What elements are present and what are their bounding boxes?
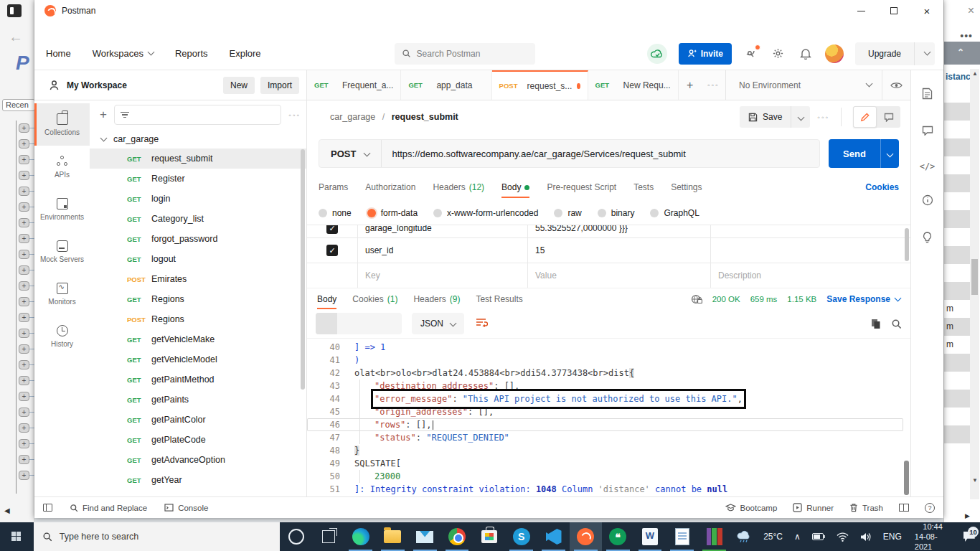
body-mode-option[interactable]: none (319, 208, 352, 218)
more-menu-icon[interactable]: ••• (960, 30, 973, 42)
nav-item[interactable]: Home (46, 48, 71, 59)
workspace-title[interactable]: My Workspace (67, 80, 127, 90)
documentation-icon[interactable] (922, 88, 933, 103)
tree-request-item[interactable]: POST Regions (90, 309, 306, 329)
response-tab[interactable]: Headers (9) (413, 288, 460, 309)
code-line[interactable]: 45"origin_addresses": [], (307, 405, 910, 418)
request-tab[interactable]: POST request_s... (492, 70, 588, 100)
background-window-left[interactable]: ← P Recen +++++++++++++++++++++++ ◀ (0, 0, 34, 522)
find-and-replace[interactable]: Find and Replace (70, 504, 147, 512)
notifications-bell-icon[interactable] (798, 46, 814, 62)
response-tab[interactable]: Body (317, 288, 336, 309)
code-line[interactable]: 51]: Integrity constraint violation: 104… (307, 483, 910, 496)
console-button[interactable]: Console (164, 504, 208, 512)
satellite-icon[interactable] (743, 46, 759, 62)
checkbox-checked-icon[interactable]: ✓ (326, 245, 338, 256)
view-option[interactable] (316, 313, 337, 334)
request-tab[interactable]: GET app_data (401, 70, 491, 100)
close-icon[interactable]: × (968, 4, 974, 17)
avatar[interactable] (825, 44, 844, 63)
cookies-link[interactable]: Cookies (865, 182, 899, 192)
status-badge[interactable]: 200 OK (712, 295, 740, 303)
format-dropdown[interactable]: JSON (412, 313, 464, 334)
request-more-icon[interactable]: ◦◦◦ (817, 113, 829, 121)
tree-request-item[interactable]: GET forgot_password (90, 229, 306, 249)
rail-item[interactable]: Monitors (34, 273, 90, 315)
view-option[interactable] (380, 313, 402, 334)
rail-item[interactable]: Collections (34, 103, 90, 146)
code-scrollbar[interactable] (904, 461, 909, 495)
config-tab[interactable]: Pre-request Script (547, 174, 616, 201)
nav-item[interactable]: Reports (175, 48, 208, 59)
table-scrollbar[interactable] (905, 228, 909, 261)
comments-icon[interactable] (922, 126, 933, 138)
tab-options-icon[interactable]: ◦◦◦ (701, 70, 725, 100)
temperature[interactable]: 25°C (758, 522, 788, 551)
wifi-icon[interactable] (831, 522, 854, 551)
tree-request-item[interactable]: GET getPaints (90, 390, 306, 410)
body-mode-option[interactable]: GraphQL (650, 208, 699, 218)
db-tree-expanders[interactable]: +++++++++++++++++++++++ (19, 123, 33, 486)
view-option[interactable] (359, 313, 380, 334)
nav-item[interactable]: Workspaces (93, 48, 154, 59)
taskbar-winrar-icon[interactable] (698, 522, 730, 551)
tree-scrollbar[interactable] (301, 149, 305, 390)
maximize-button[interactable] (877, 0, 910, 22)
background-window-right[interactable]: × ••• ⌃ istanc mmm ▲▼ ▶ (943, 0, 980, 522)
request-tab[interactable]: GET Frequent_a... (307, 70, 401, 100)
browser-back-icon[interactable]: ← (9, 29, 23, 45)
new-button[interactable]: New (223, 77, 255, 94)
code-line[interactable]: 46"rows": [], (307, 418, 903, 431)
tree-request-item[interactable]: POST Emirates (90, 269, 306, 289)
more-actions-icon[interactable]: ◦◦◦ (288, 111, 301, 119)
body-mode-option[interactable]: raw (554, 208, 581, 218)
rail-item[interactable]: Mock Servers (34, 230, 90, 273)
send-button[interactable]: Send (829, 139, 880, 168)
tree-request-item[interactable]: GET request_submit (90, 149, 306, 169)
breadcrumb-collection[interactable]: car_garage (330, 112, 375, 122)
comment-icon[interactable] (877, 106, 900, 128)
config-tab[interactable]: Tests (633, 174, 654, 201)
code-line[interactable]: 44"error_message": "This API project is … (307, 392, 910, 405)
search-postman-box[interactable]: Search Postman (395, 43, 535, 65)
taskbar-store-icon[interactable] (473, 522, 505, 551)
taskbar-notepad-icon[interactable] (666, 522, 698, 551)
tree-request-item[interactable]: GET getPaintMethod (90, 369, 306, 390)
config-tab[interactable]: Body (501, 174, 529, 201)
code-line[interactable]: 42olat<br>olo<br>dlat24.453884<br>ddi54.… (307, 367, 910, 380)
taskbar-skype-icon[interactable]: S (505, 522, 537, 551)
hscroll-arrow-icon[interactable]: ▶ (965, 512, 970, 519)
tree-request-item[interactable]: GET getPaintColor (90, 410, 306, 430)
tree-request-item[interactable]: GET getVehicleMake (90, 329, 306, 349)
view-option[interactable] (337, 313, 359, 334)
tray-expand-icon[interactable]: ∧ (788, 522, 806, 551)
response-tab[interactable]: Test Results (476, 288, 522, 309)
tree-request-item[interactable]: GET Regions (90, 289, 306, 309)
info-icon[interactable] (922, 194, 933, 209)
start-button[interactable] (0, 522, 34, 551)
tree-request-item[interactable]: GET getVehicleModel (90, 349, 306, 369)
task-view-button[interactable] (312, 522, 344, 551)
code-line[interactable]: 47"status": "REQUEST_DENIED" (307, 431, 910, 444)
code-line[interactable]: 49SQLSTATE[ (307, 457, 910, 470)
add-collection-icon[interactable]: + (100, 108, 107, 122)
edit-pencil-icon[interactable] (853, 106, 877, 128)
import-button[interactable]: Import (260, 77, 299, 94)
minimize-button[interactable] (844, 0, 877, 22)
lightbulb-icon[interactable] (923, 232, 932, 247)
close-button[interactable]: × (910, 0, 943, 22)
method-dropdown[interactable]: POST (319, 140, 381, 167)
battery-icon[interactable] (806, 522, 831, 551)
trash-button[interactable]: Trash (849, 503, 883, 512)
tree-request-item[interactable]: GET approved_quotations (90, 490, 306, 496)
table-row-empty[interactable]: Key Value Description (307, 263, 910, 288)
nav-item[interactable]: Explore (230, 48, 261, 59)
taskbar-postman-icon[interactable] (570, 522, 602, 551)
two-pane-icon[interactable] (899, 504, 909, 512)
save-response-button[interactable]: Save Response (826, 294, 900, 304)
config-tab[interactable]: Params (319, 174, 348, 201)
response-body-code[interactable]: 40] => 141)42olat<br>olo<br>dlat24.45388… (307, 338, 910, 496)
response-time[interactable]: 659 ms (750, 295, 778, 303)
tree-request-item[interactable]: GET getPlateCode (90, 430, 306, 450)
body-mode-option[interactable]: x-www-form-urlencoded (433, 208, 538, 218)
